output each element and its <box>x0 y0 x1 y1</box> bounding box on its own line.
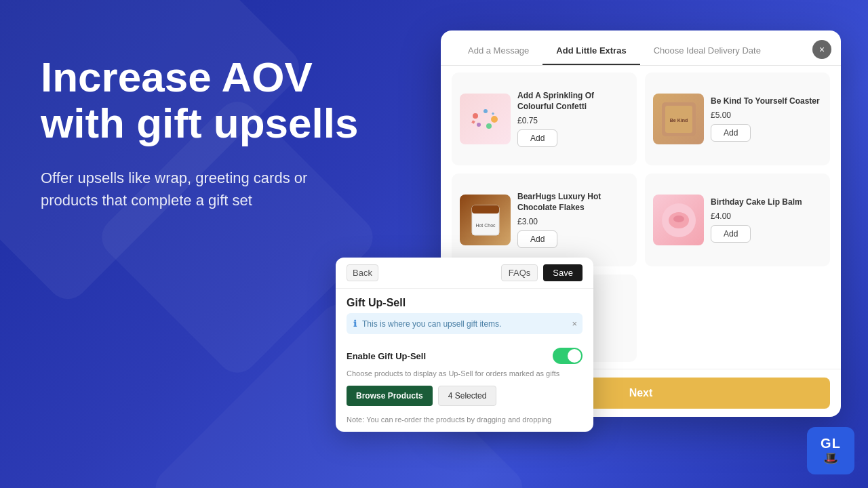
svg-point-1 <box>484 109 488 113</box>
product-card: Add A Sprinkling Of Colourful Confetti £… <box>452 73 637 165</box>
logo-text: GL <box>821 435 841 451</box>
product-info: Add A Sprinkling Of Colourful Confetti £… <box>517 91 629 147</box>
product-card: Be Kind Be Kind To Yourself Coaster £5.0… <box>645 73 830 165</box>
panel-description: Choose products to display as Up-Sell fo… <box>336 367 593 386</box>
modal-tabs: Add a Message Add Little Extras Choose I… <box>441 30 841 66</box>
product-price: £0.75 <box>517 116 629 125</box>
info-message: This is where you can upsell gift items. <box>362 319 501 329</box>
add-product-button[interactable]: Add <box>711 124 751 142</box>
enable-toggle[interactable] <box>553 348 583 364</box>
close-icon[interactable]: × <box>812 40 831 59</box>
product-name: Be Kind To Yourself Coaster <box>711 96 822 107</box>
product-image: Hot Choc <box>460 195 511 245</box>
gift-upsell-panel: Back FAQs Save Gift Up-Sell ℹ This is wh… <box>336 258 593 432</box>
svg-text:Be Kind: Be Kind <box>669 118 687 123</box>
product-price: £3.00 <box>517 217 629 226</box>
product-info: BearHugs Luxury Hot Chocolate Flakes £3.… <box>517 192 629 248</box>
tab-delivery[interactable]: Choose Ideal Delivery Date <box>640 37 774 65</box>
browse-products-button[interactable]: Browse Products <box>347 386 433 406</box>
panel-buttons-row: Browse Products 4 Selected <box>336 386 593 411</box>
add-product-button[interactable]: Add <box>517 129 557 147</box>
description: Offer upsells like wrap, greeting cards … <box>41 167 366 211</box>
svg-point-0 <box>473 113 478 119</box>
product-card: Hot Choc BearHugs Luxury Hot Chocolate F… <box>452 174 637 266</box>
product-name: Add A Sprinkling Of Colourful Confetti <box>517 91 629 112</box>
selected-count-badge: 4 Selected <box>438 386 497 406</box>
left-panel: Increase AOV with gift upsells Offer ups… <box>41 54 366 211</box>
product-card: Birthday Cake Lip Balm £4.00 Add <box>645 174 830 266</box>
svg-rect-6 <box>491 112 494 115</box>
product-info: Birthday Cake Lip Balm £4.00 Add <box>711 197 822 243</box>
add-product-button[interactable]: Add <box>517 230 557 248</box>
info-banner: ℹ This is where you can upsell gift item… <box>347 313 583 334</box>
svg-rect-5 <box>471 120 475 123</box>
svg-point-4 <box>486 123 492 129</box>
info-close-icon[interactable]: × <box>572 319 577 329</box>
headline: Increase AOV with gift upsells <box>41 54 366 146</box>
svg-point-2 <box>491 116 498 123</box>
svg-rect-11 <box>472 205 499 214</box>
panel-title: Gift Up-Sell <box>336 289 593 313</box>
svg-text:Hot Choc: Hot Choc <box>475 223 496 228</box>
product-image <box>653 195 704 245</box>
save-button[interactable]: Save <box>543 264 583 281</box>
product-price: £4.00 <box>711 211 822 221</box>
logo: GL 🎩 <box>807 427 854 474</box>
svg-point-3 <box>477 123 481 127</box>
product-name: Birthday Cake Lip Balm <box>711 197 822 208</box>
product-name: BearHugs Luxury Hot Chocolate Flakes <box>517 192 629 213</box>
back-button[interactable]: Back <box>347 264 378 281</box>
panel-note: Note: You can re-order the products by d… <box>336 411 593 432</box>
info-icon: ℹ <box>353 319 357 329</box>
product-image: Be Kind <box>653 94 704 144</box>
svg-point-15 <box>673 216 684 222</box>
panel-actions: FAQs Save <box>501 264 583 281</box>
product-image <box>460 94 511 144</box>
tab-extras[interactable]: Add Little Extras <box>542 37 639 65</box>
product-info: Be Kind To Yourself Coaster £5.00 Add <box>711 96 822 142</box>
faq-button[interactable]: FAQs <box>501 264 538 281</box>
toggle-row: Enable Gift Up-Sell <box>336 342 593 367</box>
panel-header: Back FAQs Save <box>336 258 593 289</box>
add-product-button[interactable]: Add <box>711 225 751 243</box>
logo-icon: 🎩 <box>821 451 841 466</box>
toggle-label: Enable Gift Up-Sell <box>347 351 426 361</box>
tab-message[interactable]: Add a Message <box>454 37 542 65</box>
product-price: £5.00 <box>711 110 822 120</box>
